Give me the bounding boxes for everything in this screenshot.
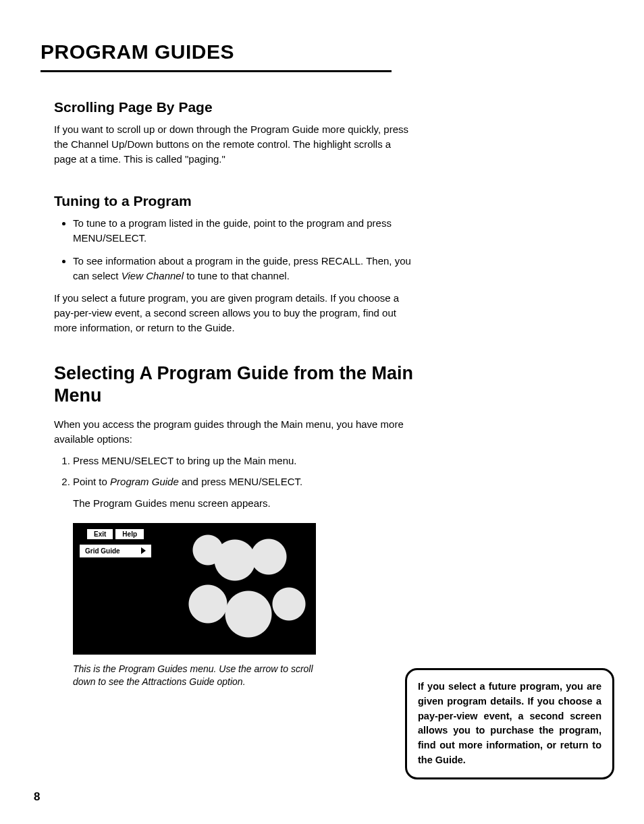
chevron-right-icon xyxy=(141,547,146,554)
ordered-steps: Press MENU/SELECT to bring up the Main m… xyxy=(54,454,419,511)
list-item-text: Point to Program Guide and press MENU/SE… xyxy=(73,476,302,487)
bullet-list: To tune to a program listed in the guide… xyxy=(54,216,419,283)
page-number: 8 xyxy=(34,790,40,804)
chapter-title: PROGRAM GUIDES xyxy=(41,40,392,72)
list-item: To tune to a program listed in the guide… xyxy=(73,216,419,246)
screenshot-tabs-row: Exit Help xyxy=(86,528,144,540)
step-follow-text: The Program Guides menu screen appears. xyxy=(73,496,419,511)
body-text: If you want to scroll up or down through… xyxy=(54,122,412,166)
figure-caption: This is the Program Guides menu. Use the… xyxy=(73,663,329,689)
body-text: If you select a future program, you are … xyxy=(54,291,412,335)
tab-exit: Exit xyxy=(86,528,113,540)
list-item-text: To see information about a program in th… xyxy=(73,255,411,281)
main-column: PROGRAM GUIDES Scrolling Page By Page If… xyxy=(41,40,419,689)
section-heading-selecting: Selecting A Program Guide from the Main … xyxy=(54,362,419,408)
sidebar-note: If you select a future program, you are … xyxy=(405,668,614,779)
body-text: When you access the program guides throu… xyxy=(54,417,412,447)
list-item: To see information about a program in th… xyxy=(73,254,419,283)
section-heading-scrolling: Scrolling Page By Page xyxy=(54,99,419,115)
tab-help: Help xyxy=(115,528,144,540)
background-image xyxy=(167,523,316,655)
section-heading-tuning: Tuning to a Program xyxy=(54,193,419,209)
embedded-screenshot: Exit Help Grid Guide xyxy=(73,523,316,655)
menu-item-grid-guide: Grid Guide xyxy=(80,545,151,557)
list-item: Point to Program Guide and press MENU/SE… xyxy=(73,474,419,511)
menu-item-label: Grid Guide xyxy=(85,547,120,555)
list-item: Press MENU/SELECT to bring up the Main m… xyxy=(73,454,419,468)
manual-page: PROGRAM GUIDES Scrolling Page By Page If… xyxy=(0,0,644,824)
